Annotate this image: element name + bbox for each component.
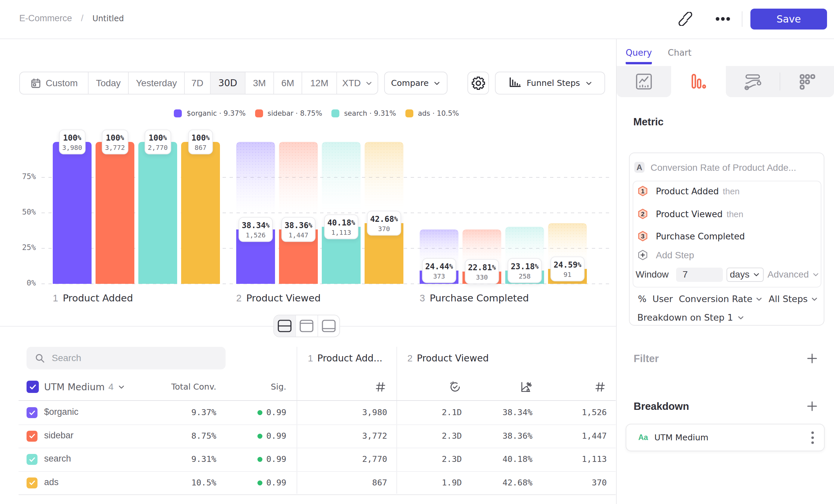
- breakdown-column-header[interactable]: UTM Medium4: [44, 381, 125, 393]
- date-range-12m[interactable]: 12M: [302, 72, 337, 94]
- row-divider: [19, 495, 616, 495]
- layout-chart-only-button[interactable]: [296, 315, 318, 337]
- date-range-7d[interactable]: 7D: [185, 72, 211, 94]
- funnel-bar-product-added-organic[interactable]: [53, 142, 92, 284]
- query-panel: Query Chart: [616, 39, 834, 504]
- row-checkbox-sidebar[interactable]: [26, 431, 38, 442]
- row-label[interactable]: ads: [44, 477, 59, 487]
- funnel-bar-unconverted: [236, 142, 275, 229]
- step-number-badge: 2: [638, 209, 648, 220]
- y-axis-label: 50%: [6, 208, 36, 216]
- row-divider: [19, 448, 616, 448]
- query-step-1[interactable]: 1Product Addedthen: [638, 186, 740, 197]
- metric-title[interactable]: Conversion Rate of Product Adde...: [651, 162, 796, 173]
- chart-type-insights-tab[interactable]: [617, 66, 671, 97]
- avg-time-column-icon[interactable]: [449, 381, 461, 393]
- breadcrumb-project[interactable]: E-Commerce: [19, 13, 72, 24]
- search-input[interactable]: [52, 353, 218, 363]
- more-menu-button[interactable]: [712, 10, 733, 27]
- add-filter-button[interactable]: [807, 353, 818, 364]
- bar-value-label: 100%867: [188, 130, 213, 155]
- advanced-toggle[interactable]: Advanced: [767, 269, 819, 280]
- funnel-bar-product-added-ads[interactable]: [181, 142, 220, 284]
- row-label[interactable]: $organic: [44, 407, 79, 417]
- chart-settings-button[interactable]: [467, 72, 489, 94]
- date-range-xtd[interactable]: XTD: [337, 72, 377, 94]
- date-range-custom[interactable]: Custom: [20, 72, 89, 94]
- chart-type-retention-tab[interactable]: [780, 73, 834, 90]
- add-step-button[interactable]: Add Step: [638, 250, 694, 261]
- legend-swatch: [174, 109, 182, 117]
- select-all-checkbox[interactable]: [26, 381, 39, 393]
- row-label[interactable]: sidebar: [44, 430, 74, 441]
- legend-item-search[interactable]: search · 9.31%: [331, 109, 396, 117]
- window-value-input[interactable]: 7: [676, 268, 723, 282]
- date-range-yesterday[interactable]: Yesterday: [129, 72, 185, 94]
- query-step-2[interactable]: 2Product Viewedthen: [638, 209, 743, 220]
- hash-icon: [375, 381, 386, 393]
- date-range-today[interactable]: Today: [89, 72, 129, 94]
- cell-significance: 0.99: [180, 454, 286, 464]
- gear-icon: [471, 76, 486, 91]
- chevron-down-icon: [812, 271, 819, 278]
- row-label[interactable]: search: [44, 454, 71, 464]
- chart-type-funnel-tab[interactable]: [671, 66, 726, 97]
- metric-heading: Metric: [633, 116, 663, 128]
- chart-type-flows-tab[interactable]: [726, 73, 780, 91]
- funnel-bar-product-added-sidebar[interactable]: [95, 142, 134, 284]
- calendar-icon: [30, 77, 42, 89]
- window-unit-select[interactable]: days: [726, 268, 764, 282]
- panel-tabs: Query Chart: [626, 48, 692, 64]
- date-range-6m[interactable]: 6M: [274, 72, 302, 94]
- save-button[interactable]: Save: [750, 8, 827, 29]
- link-icon: [678, 12, 692, 26]
- layout-split-button[interactable]: [274, 315, 296, 337]
- funnel-bar-product-added-search[interactable]: [138, 142, 177, 284]
- retention-icon: [799, 73, 815, 90]
- breakdown-heading: Breakdown: [634, 400, 689, 412]
- funnel-bar-unconverted: [279, 142, 318, 229]
- compare-button[interactable]: Compare: [384, 72, 447, 94]
- funnel-steps-dropdown[interactable]: Funnel Steps: [495, 72, 605, 94]
- measure-prefix[interactable]: %: [638, 294, 646, 304]
- total-conv-column-header[interactable]: Total Conv.: [117, 382, 216, 392]
- tab-chart[interactable]: Chart: [668, 48, 692, 64]
- legend-item-sidebar[interactable]: sidebar · 8.75%: [255, 109, 323, 117]
- copy-link-button[interactable]: [676, 10, 695, 27]
- table-col-divider-2: [396, 347, 397, 494]
- conversion-column-icon[interactable]: [520, 381, 532, 393]
- row-divider: [19, 425, 616, 425]
- funnel-bars-icon: [690, 73, 708, 91]
- add-breakdown-button[interactable]: [807, 400, 818, 412]
- legend-item-ads[interactable]: ads · 10.5%: [405, 109, 459, 117]
- sig-column-header[interactable]: Sig.: [220, 382, 286, 392]
- breakdown-property-card[interactable]: Aa UTM Medium: [626, 424, 825, 451]
- layout-top-icon: [300, 320, 313, 332]
- chart-type-strip: [617, 66, 834, 97]
- breakdown-on-step-select[interactable]: Breakdown on Step 1: [637, 312, 744, 323]
- query-step-3[interactable]: 3Purchase Completed: [638, 231, 745, 242]
- layout-toggle: [273, 315, 340, 337]
- header-divider: [742, 11, 742, 27]
- tab-query[interactable]: Query: [626, 48, 652, 64]
- layout-table-only-button[interactable]: [318, 315, 339, 337]
- row-checkbox-organic[interactable]: [26, 407, 38, 418]
- legend-item-organic[interactable]: $organic · 9.37%: [174, 109, 245, 117]
- date-range-30d[interactable]: 30D: [211, 72, 245, 94]
- chart-type-group-right: [726, 66, 834, 97]
- breadcrumb-report-name[interactable]: Untitled: [92, 14, 124, 23]
- count-column-icon[interactable]: [375, 381, 387, 393]
- row-checkbox-search[interactable]: [26, 454, 38, 465]
- kebab-menu-icon[interactable]: [811, 431, 814, 445]
- table-group-header-2: 2Product Viewed: [408, 353, 489, 364]
- row-checkbox-ads[interactable]: [26, 478, 38, 488]
- measure-scope-select[interactable]: All Steps: [769, 294, 818, 304]
- measure-entity[interactable]: User: [653, 294, 673, 304]
- date-range-3m[interactable]: 3M: [245, 72, 274, 94]
- measure-type-select[interactable]: Conversion Rate: [679, 294, 763, 304]
- count-column-icon[interactable]: [594, 381, 606, 393]
- step-axis-label: 2Product Viewed: [236, 293, 321, 304]
- search-icon: [35, 353, 45, 363]
- y-axis-label: 0%: [6, 278, 36, 287]
- funnel-report-app: E-Commerce / Untitled Save CustomTodayYe…: [0, 0, 834, 504]
